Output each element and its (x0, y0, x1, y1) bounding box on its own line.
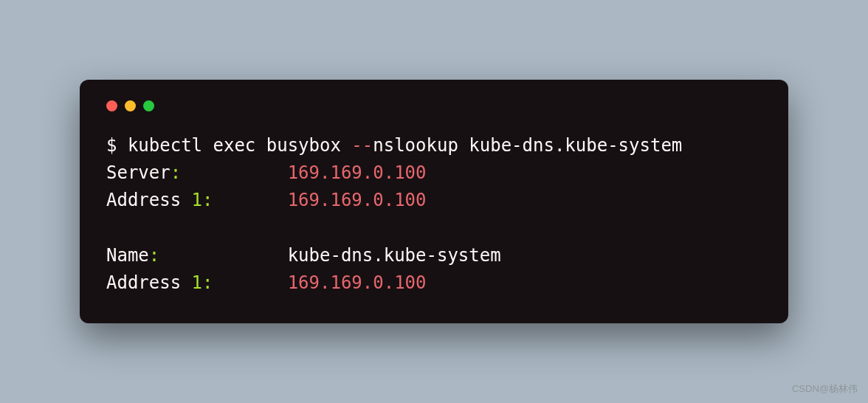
output-colon: : (202, 272, 213, 293)
output-value: 169.169.0.100 (288, 162, 427, 183)
watermark: CSDN@杨林伟 (792, 382, 858, 396)
minimize-icon[interactable] (125, 100, 136, 111)
output-num: 1 (192, 272, 202, 293)
command-flag: -- (351, 135, 373, 156)
output-value: kube-dns.kube-system (288, 245, 501, 266)
output-label: Address (106, 272, 192, 293)
output-colon: : (149, 245, 159, 266)
output-lines: Server: 169.169.0.100 Address 1: 169.169… (106, 162, 501, 293)
output-label: Server (106, 162, 170, 183)
output-colon: : (202, 190, 213, 210)
close-icon[interactable] (106, 100, 117, 111)
output-value: 169.169.0.100 (288, 272, 427, 293)
command-rest: nslookup kube-dns.kube-system (373, 135, 682, 156)
output-label: Name (106, 245, 149, 266)
output-num: 1 (192, 190, 202, 210)
output-label: Address (106, 190, 192, 210)
output-value: 169.169.0.100 (288, 190, 427, 210)
terminal-body: $ kubectl exec busybox --nslookup kube-d… (106, 132, 762, 297)
maximize-icon[interactable] (143, 100, 154, 111)
prompt-symbol: $ (106, 135, 117, 156)
command-base: kubectl exec busybox (128, 135, 341, 156)
output-colon: : (170, 162, 181, 183)
window-controls (106, 100, 762, 111)
terminal-window: $ kubectl exec busybox --nslookup kube-d… (80, 80, 788, 323)
